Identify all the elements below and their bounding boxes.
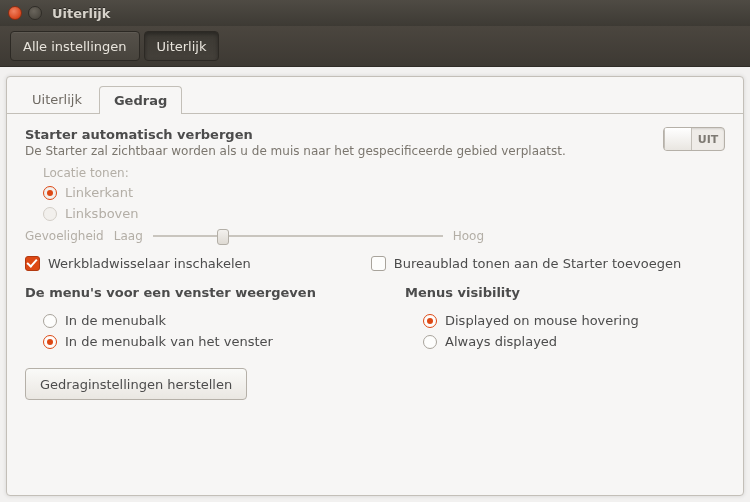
radio-icon <box>43 207 57 221</box>
menus-location-title: De menu's voor een venster weergeven <box>25 285 365 300</box>
show-desktop-checkbox[interactable]: Bureaublad tonen aan de Starter toevoege… <box>371 256 681 271</box>
sensitivity-high: Hoog <box>453 229 484 243</box>
autohide-toggle[interactable] <box>663 127 725 151</box>
menus-in-titlebar[interactable]: In de menubalk van het venster <box>43 331 365 352</box>
reveal-left-side-label: Linkerkant <box>65 185 133 200</box>
radio-icon <box>423 314 437 328</box>
tab-bar: Uiterlijk Gedrag <box>7 77 743 114</box>
sensitivity-row: Gevoeligheid Laag Hoog <box>25 228 725 244</box>
reveal-location-label: Locatie tonen: <box>43 166 725 180</box>
autohide-subtitle: De Starter zal zichtbaar worden als u de… <box>25 144 566 158</box>
toggle-off-label <box>692 128 724 150</box>
restore-behavior-button[interactable]: Gedraginstellingen herstellen <box>25 368 247 400</box>
breadcrumb-all-settings[interactable]: Alle instellingen <box>10 31 140 61</box>
radio-icon <box>43 335 57 349</box>
behavior-panel: Starter automatisch verbergen De Starter… <box>7 113 743 414</box>
slider-thumb <box>217 229 229 245</box>
content-pane: Uiterlijk Gedrag Starter automatisch ver… <box>6 76 744 496</box>
sensitivity-label: Gevoeligheid <box>25 229 104 243</box>
window-title: Uiterlijk <box>52 6 110 21</box>
reveal-left-side: Linkerkant <box>43 182 725 203</box>
menus-visibility-always[interactable]: Always displayed <box>423 331 705 352</box>
radio-icon <box>43 186 57 200</box>
breadcrumb-toolbar: Alle instellingen Uiterlijk <box>0 26 750 67</box>
checkbox-icon <box>25 256 40 271</box>
menus-in-menubar[interactable]: In de menubalk <box>43 310 365 331</box>
workspace-switcher-label: Werkbladwisselaar inschakelen <box>48 256 251 271</box>
menus-in-titlebar-label: In de menubalk van het venster <box>65 334 273 349</box>
tab-look[interactable]: Uiterlijk <box>17 85 97 113</box>
breadcrumb-current[interactable]: Uiterlijk <box>144 31 220 61</box>
autohide-title: Starter automatisch verbergen <box>25 127 566 142</box>
menus-visibility-always-label: Always displayed <box>445 334 557 349</box>
checkbox-icon <box>371 256 386 271</box>
menus-visibility-column: Menus visibility Displayed on mouse hove… <box>405 285 705 352</box>
tab-behavior[interactable]: Gedrag <box>99 86 182 114</box>
minimize-icon[interactable] <box>28 6 42 20</box>
slider-track <box>153 235 443 237</box>
sensitivity-low: Laag <box>114 229 143 243</box>
checkbox-row: Werkbladwisselaar inschakelen Bureaublad… <box>25 256 725 271</box>
menus-visibility-hover-label: Displayed on mouse hovering <box>445 313 639 328</box>
autohide-header-row: Starter automatisch verbergen De Starter… <box>25 127 725 166</box>
reveal-location-group: Locatie tonen: Linkerkant Linksboven <box>43 166 725 224</box>
close-icon[interactable] <box>8 6 22 20</box>
show-desktop-label: Bureaublad tonen aan de Starter toevoege… <box>394 256 681 271</box>
sensitivity-slider <box>153 228 443 244</box>
titlebar: Uiterlijk <box>0 0 750 26</box>
radio-columns: De menu's voor een venster weergeven In … <box>25 285 725 352</box>
menus-visibility-title: Menus visibility <box>405 285 705 300</box>
window-controls <box>8 6 42 20</box>
restore-behavior-label: Gedraginstellingen herstellen <box>40 377 232 392</box>
appearance-window: Uiterlijk Alle instellingen Uiterlijk Ui… <box>0 0 750 502</box>
radio-icon <box>423 335 437 349</box>
workspace-switcher-checkbox[interactable]: Werkbladwisselaar inschakelen <box>25 256 251 271</box>
menus-visibility-hover[interactable]: Displayed on mouse hovering <box>423 310 705 331</box>
toggle-knob <box>664 128 692 150</box>
menus-location-column: De menu's voor een venster weergeven In … <box>25 285 365 352</box>
reveal-top-left-label: Linksboven <box>65 206 139 221</box>
radio-icon <box>43 314 57 328</box>
reveal-top-left: Linksboven <box>43 203 725 224</box>
menus-in-menubar-label: In de menubalk <box>65 313 166 328</box>
